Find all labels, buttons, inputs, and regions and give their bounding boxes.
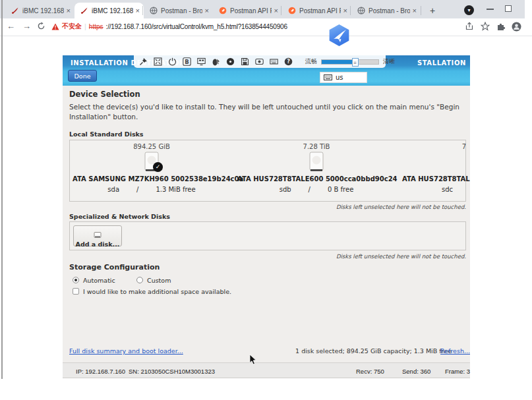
tab-close-icon[interactable]: ×	[205, 7, 209, 14]
profile-avatar-icon[interactable]	[512, 22, 521, 32]
help-icon[interactable]: ?	[284, 57, 293, 66]
slider-smooth-label: 流畅	[305, 57, 317, 66]
disk-card-sda[interactable]: 894.25 GiB ✓ ATA SAMSUNG MZ7KH960 500253…	[73, 143, 231, 193]
postman-favicon	[219, 7, 227, 14]
chip-divider: |	[84, 22, 86, 30]
extensions-puzzle-icon[interactable]	[496, 22, 506, 31]
tab-close-icon[interactable]: ×	[136, 7, 140, 14]
slider-fill	[322, 60, 355, 64]
installer-title-right: STALLATION	[417, 59, 466, 67]
slider-handle[interactable]: ≡	[352, 58, 359, 67]
tab-ibmc-1[interactable]: iBMC 192.168.7.16 ×	[5, 3, 74, 18]
full-disk-summary-link[interactable]: Full disk summary and boot loader...	[69, 347, 183, 355]
tab-close-icon[interactable]: ×	[274, 7, 278, 14]
hard-drive-icon	[309, 152, 324, 173]
new-tab-button[interactable]: +	[426, 4, 439, 17]
record-icon[interactable]	[226, 57, 235, 66]
tab-close-icon[interactable]: ×	[343, 7, 347, 14]
refresh-link[interactable]: Refresh...	[440, 347, 470, 355]
quality-slider[interactable]: ≡	[321, 59, 379, 65]
radio-automatic-label[interactable]: Automatic	[83, 277, 115, 284]
url-scheme: https	[89, 23, 103, 30]
disk-details: sda / 1.3 MiB free	[73, 186, 231, 193]
tab-close-icon[interactable]: ×	[413, 7, 417, 14]
disk-details: sdb / 0 B free	[237, 186, 396, 193]
ibmc-favicon	[11, 7, 19, 14]
screenshot-icon[interactable]	[255, 57, 264, 66]
status-recv: Recv: 750	[356, 368, 384, 375]
disk-icon-wrap	[402, 152, 470, 175]
status-sn: SN: 2103050CSH10M3001323	[129, 368, 215, 375]
fullscreen-icon[interactable]	[154, 57, 162, 66]
globe-favicon	[357, 7, 365, 14]
tab-ibmc-2-active[interactable]: iBMC 192.168.7.16 ×	[74, 3, 144, 18]
back-icon[interactable]: ←	[7, 21, 15, 31]
reload-icon[interactable]	[37, 22, 45, 30]
tab-postman-api-1[interactable]: Postman API Platfo ×	[213, 3, 282, 18]
url-text: ://192.168.7.160/src/virtualControl/kvm_…	[106, 23, 287, 30]
disk-size: 894.25 GiB	[73, 143, 231, 150]
disk-free: 0 B free	[328, 186, 353, 193]
disk-card-sdb[interactable]: 7.28 TiB ATA HUS728T8TALE600 5000cca0bbd…	[237, 143, 396, 193]
disk-icon-wrap: ✓	[73, 152, 231, 175]
mouse-icon[interactable]	[212, 57, 220, 66]
status-send: Send: 360	[402, 368, 430, 375]
keyboard-icon[interactable]	[270, 57, 278, 66]
keyboard-b-icon[interactable]: B	[183, 57, 191, 66]
screen: iBMC 192.168.7.16 × iBMC 192.168.7.16 × …	[0, 0, 532, 400]
warning-triangle-icon	[51, 23, 59, 30]
share-icon[interactable]	[465, 22, 474, 31]
radio-custom[interactable]	[136, 277, 143, 283]
installer-header: INSTALLATION DESTINATION STALLATION Done…	[63, 55, 470, 86]
storage-config-title: Storage Configuration	[69, 263, 160, 271]
tab-label: Postman API Platfo	[299, 7, 341, 14]
tab-label: Postman - Browse	[369, 7, 410, 14]
done-button[interactable]: Done	[68, 70, 97, 82]
unselected-note: Disks left unselected here will not be t…	[336, 253, 466, 260]
add-disk-button[interactable]: Add a disk...	[73, 225, 122, 246]
radio-automatic[interactable]	[73, 277, 79, 283]
tab-postman-api-2[interactable]: Postman API Platfo ×	[282, 3, 351, 18]
pin-icon[interactable]	[139, 57, 148, 66]
checkbox-additional-space[interactable]	[73, 288, 79, 295]
disk-icon-wrap	[237, 152, 396, 175]
security-warning-label: 不安全	[62, 22, 82, 31]
checkbox-additional-space-label[interactable]: I would like to make additional space av…	[83, 288, 231, 295]
add-disk-label: Add a disk...	[74, 241, 121, 248]
browser-tab-strip: iBMC 192.168.7.16 × iBMC 192.168.7.16 × …	[0, 0, 525, 18]
network-disks-title: Specialized & Network Disks	[69, 213, 170, 220]
display-settings-icon[interactable]	[197, 57, 206, 66]
tab-close-icon[interactable]: ×	[67, 7, 71, 14]
ibmc-favicon	[80, 7, 88, 14]
keyboard-layout-select[interactable]: us	[320, 72, 367, 83]
disk-selected-check-icon: ✓	[153, 162, 163, 172]
kvm-video-frame: INSTALLATION DESTINATION STALLATION Done…	[63, 55, 470, 378]
kvm-status-bar: IP: 192.168.7.160 SN: 2103050CSH10M30013…	[63, 362, 470, 378]
status-frame: Frame: 30	[445, 368, 470, 375]
bookmark-star-icon[interactable]	[481, 22, 490, 31]
power-icon[interactable]	[168, 57, 177, 66]
local-disks-title: Local Standard Disks	[69, 130, 144, 138]
save-icon[interactable]	[241, 57, 249, 66]
status-ip: IP: 192.168.7.160	[76, 368, 125, 375]
radio-custom-label[interactable]: Custom	[147, 277, 171, 284]
disk-dev: sdc	[442, 186, 453, 193]
forward-icon[interactable]: →	[22, 21, 31, 31]
tab-search-icon[interactable]: ▾	[464, 5, 474, 15]
disk-name: ATA HUS728T8TALE600 5000cca0bbd90c24	[237, 175, 396, 183]
tab-separator	[281, 6, 281, 15]
disk-name: ATA SAMSUNG MZ7KH960 5002538e19b24c0a	[73, 175, 231, 183]
minimize-icon[interactable]	[487, 9, 494, 10]
security-chip[interactable]: 不安全 | https://192.168.7.160/src/virtualC…	[51, 22, 287, 31]
window-edge	[1, 0, 3, 379]
maximize-icon[interactable]	[505, 5, 512, 12]
disk-mount: /	[309, 186, 310, 193]
tab-postman-browse-2[interactable]: Postman - Browse ×	[351, 3, 421, 18]
svg-text:B: B	[185, 59, 189, 65]
unselected-note: Disks left unselected here will not be t…	[336, 204, 466, 210]
tab-postman-browse-1[interactable]: Postman - Browse ×	[144, 3, 213, 18]
tab-label: Postman - Browse	[161, 7, 202, 14]
disk-details: sdc	[402, 186, 470, 193]
tab-separator	[350, 6, 351, 15]
disk-card-sdc[interactable]: 7 ATA HUS728T8TAL sdc	[402, 143, 470, 193]
